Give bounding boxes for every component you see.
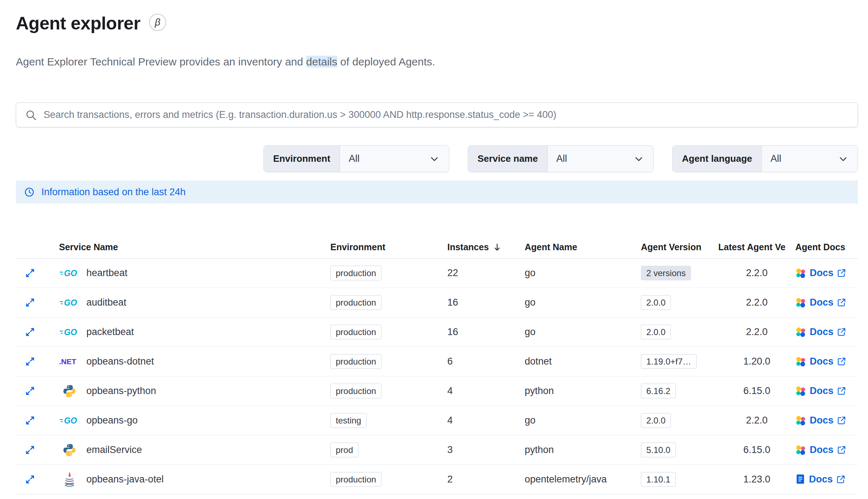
agent-version-badge: 2.0.0 xyxy=(641,413,671,428)
table-row: GO auditbeat production 16 go 2.0.0 2.2.… xyxy=(16,288,858,317)
column-header-agent-docs[interactable]: Agent Docs xyxy=(795,242,858,252)
filter-bar: Environment All Service name All xyxy=(16,145,858,172)
java-logo-icon xyxy=(59,472,80,487)
instances-count: 22 xyxy=(447,267,525,279)
expand-row-button[interactable] xyxy=(23,384,37,398)
agent-version-badge[interactable]: 2 versions xyxy=(641,266,691,280)
expand-row-button[interactable] xyxy=(23,413,37,427)
svg-text:GO: GO xyxy=(64,416,77,425)
expand-row-button[interactable] xyxy=(23,325,37,339)
service-name-filter-label: Service name xyxy=(468,146,548,172)
table-row: opbeans-python production 4 python 6.16.… xyxy=(16,376,858,406)
search-icon xyxy=(25,109,37,121)
expand-row-button[interactable] xyxy=(23,266,37,280)
go-logo-icon: GO xyxy=(59,326,80,338)
search-input[interactable] xyxy=(44,109,850,120)
external-link-icon xyxy=(837,357,846,366)
table-row: GO heartbeat production 22 go 2 versions… xyxy=(16,258,858,288)
svg-text:GO: GO xyxy=(64,298,77,307)
expand-icon xyxy=(24,356,36,367)
agent-version-badge: 1.19.0+f7… xyxy=(641,354,697,369)
environment-filter[interactable]: Environment All xyxy=(263,145,449,172)
time-range-banner: Information based on the last 24h xyxy=(16,180,858,203)
table-row: opbeans-java-otel production 2 opentelem… xyxy=(16,465,858,494)
page-description: Agent Explorer Technical Preview provide… xyxy=(16,55,858,68)
external-link-icon xyxy=(836,475,845,484)
expand-icon xyxy=(24,385,36,397)
chevron-down-icon xyxy=(633,153,645,165)
service-name: packetbeat xyxy=(86,326,134,338)
environment-filter-value: All xyxy=(349,153,360,164)
agent-docs-link[interactable]: Docs xyxy=(795,444,858,455)
elastic-docs-icon xyxy=(795,445,806,455)
agent-docs-link[interactable]: Docs xyxy=(795,415,858,426)
column-header-service-name[interactable]: Service Name xyxy=(59,242,330,252)
table-row: emailService prod 3 python 5.10.0 6.15.0… xyxy=(16,435,858,465)
environment-badge: testing xyxy=(330,413,367,428)
dotnet-logo-icon: .NET xyxy=(59,357,80,367)
python-logo-icon xyxy=(59,384,80,398)
elastic-docs-icon xyxy=(795,415,806,426)
service-name-filter[interactable]: Service name All xyxy=(468,145,654,172)
column-header-environment[interactable]: Environment xyxy=(330,242,447,252)
agent-language-filter[interactable]: Agent language All xyxy=(672,145,858,172)
elastic-docs-icon xyxy=(795,268,806,279)
environment-badge: prod xyxy=(330,443,358,457)
environment-badge: production xyxy=(330,472,381,487)
column-header-instances[interactable]: Instances xyxy=(447,242,525,252)
latest-agent-version: 2.2.0 xyxy=(718,267,795,279)
docs-link-label: Docs xyxy=(810,297,833,308)
page-header: Agent explorer β xyxy=(16,12,858,35)
agent-version-badge: 6.16.2 xyxy=(641,384,676,398)
docs-link-label: Docs xyxy=(810,444,833,455)
instances-count: 4 xyxy=(447,385,525,397)
docs-link-label: Docs xyxy=(810,326,833,338)
environment-badge: production xyxy=(330,295,381,310)
otel-docs-icon xyxy=(795,474,805,485)
instances-count: 16 xyxy=(447,326,525,338)
latest-agent-version: 2.2.0 xyxy=(718,326,795,338)
service-name: opbeans-java-otel xyxy=(86,474,164,485)
instances-count: 2 xyxy=(447,474,525,485)
chevron-down-icon xyxy=(837,153,849,165)
expand-icon xyxy=(24,326,36,338)
column-header-latest-agent-version[interactable]: Latest Agent Ve xyxy=(718,242,795,252)
instances-count: 4 xyxy=(447,415,525,426)
agent-name: go xyxy=(525,326,641,338)
agent-docs-link[interactable]: Docs xyxy=(795,385,858,397)
search-bar xyxy=(16,102,858,127)
go-logo-icon: GO xyxy=(59,415,80,427)
service-name: opbeans-python xyxy=(86,385,156,397)
expand-row-button[interactable] xyxy=(23,443,37,457)
agent-language-filter-select[interactable]: All xyxy=(762,146,858,172)
agent-docs-link[interactable]: Docs xyxy=(795,326,858,338)
service-name-filter-select[interactable]: All xyxy=(548,146,653,172)
agent-docs-link[interactable]: Docs xyxy=(795,267,858,279)
agent-language-filter-label: Agent language xyxy=(673,146,762,172)
agent-explorer-page: Agent explorer β Agent Explorer Technica… xyxy=(0,0,868,494)
expand-icon xyxy=(24,474,36,485)
elastic-docs-icon xyxy=(795,297,806,308)
docs-link-label: Docs xyxy=(809,474,833,485)
latest-agent-version: 6.15.0 xyxy=(718,385,795,397)
expand-row-button[interactable] xyxy=(23,354,37,368)
column-header-agent-name[interactable]: Agent Name xyxy=(525,242,641,252)
agent-name: go xyxy=(525,297,641,308)
expand-row-button[interactable] xyxy=(23,296,37,310)
external-link-icon xyxy=(837,445,846,454)
go-logo-icon: GO xyxy=(59,297,80,309)
svg-text:GO: GO xyxy=(64,328,77,337)
expand-icon xyxy=(24,444,36,455)
agent-docs-link[interactable]: Docs xyxy=(795,356,858,367)
environment-filter-select[interactable]: All xyxy=(340,146,449,172)
agent-docs-link[interactable]: Docs xyxy=(795,474,858,485)
agent-docs-link[interactable]: Docs xyxy=(795,297,858,308)
agents-table: Service Name Environment Instances Agent… xyxy=(16,236,858,494)
column-header-agent-version[interactable]: Agent Version xyxy=(641,242,718,252)
beta-badge: β xyxy=(149,14,166,31)
elastic-docs-icon xyxy=(795,327,806,338)
expand-row-button[interactable] xyxy=(23,472,37,486)
table-row: .NET opbeans-dotnet production 6 dotnet … xyxy=(16,347,858,376)
agent-version-badge: 2.0.0 xyxy=(641,295,671,310)
agent-name: python xyxy=(525,444,641,455)
